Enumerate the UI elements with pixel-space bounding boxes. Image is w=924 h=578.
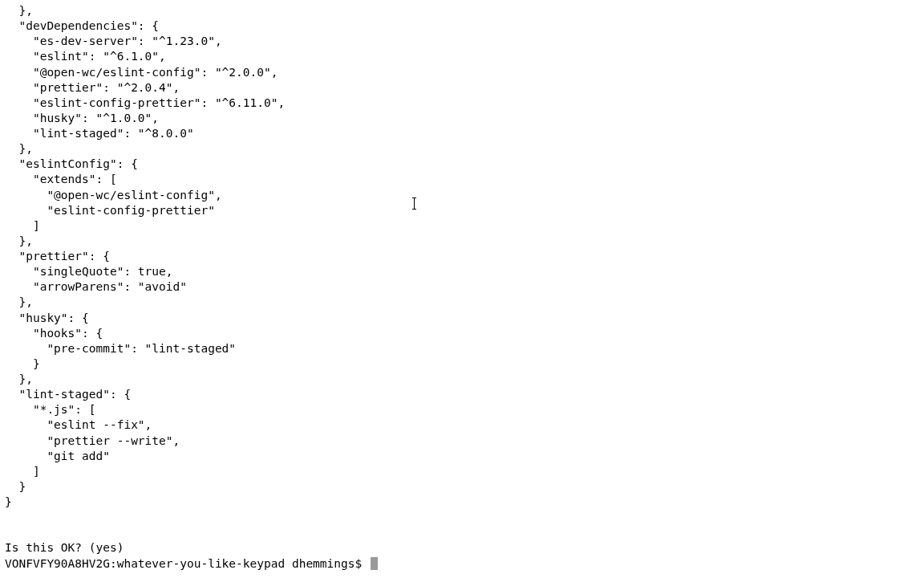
text-cursor-icon bbox=[414, 197, 415, 210]
output-text: }, "devDependencies": { "es-dev-server":… bbox=[5, 4, 285, 554]
cursor bbox=[371, 557, 378, 570]
terminal-output[interactable]: }, "devDependencies": { "es-dev-server":… bbox=[0, 0, 924, 575]
shell-prompt: VONFVFY90A8HV2G:whatever-you-like-keypad… bbox=[5, 557, 369, 570]
